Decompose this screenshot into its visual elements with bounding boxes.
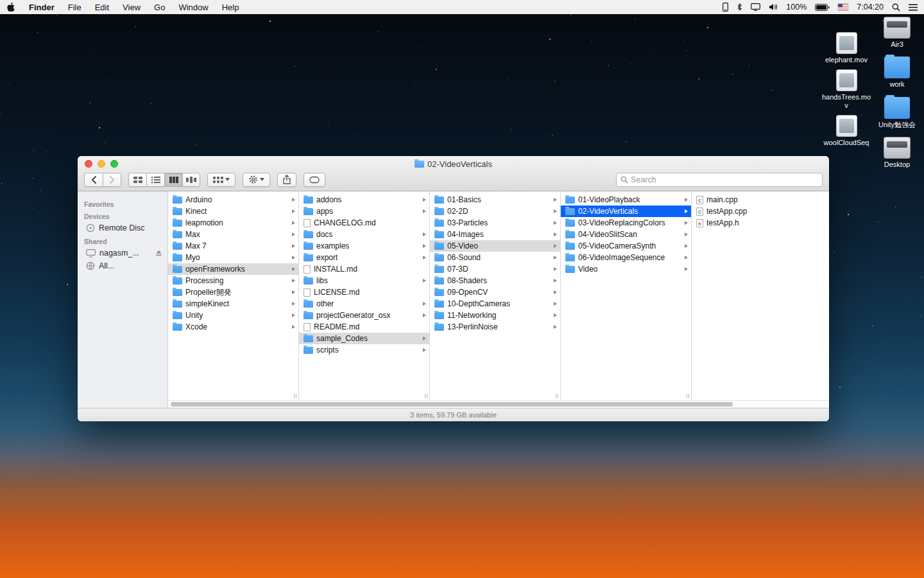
desktop-icon-work[interactable]: work [871,57,923,88]
file-row-09-opencv[interactable]: 09-OpenCV [430,286,560,298]
star [635,19,635,19]
search-input[interactable] [631,175,818,184]
battery-icon[interactable] [815,4,830,11]
menu-bar-clock[interactable]: 7:04:20 [857,3,884,12]
file-row-05-video[interactable]: 05-Video [430,240,560,252]
file-row-install-md[interactable]: INSTALL.md [299,263,429,275]
file-row-sample-codes[interactable]: sample_Codes [299,333,429,344]
sidebar-item-remote-disc[interactable]: Remote Disc [78,222,167,234]
menu-file[interactable]: File [68,3,81,12]
arrange-button[interactable] [207,173,235,187]
menu-view[interactable]: View [123,3,141,12]
file-row-04-images[interactable]: 04-Images [430,229,560,240]
app-menu[interactable]: Finder [29,3,55,12]
file-row-libs[interactable]: libs [299,275,429,286]
phone-icon[interactable] [723,3,728,12]
file-row-06-sound[interactable]: 06-Sound [430,252,560,263]
file-row-03-particles[interactable]: 03-Particles [430,217,560,229]
file-row-03-videoreplacingcolors[interactable]: 03-VideoReplacingColors [561,217,691,229]
file-row-max[interactable]: Max [168,229,298,240]
file-row-changelog-md[interactable]: CHANGELOG.md [299,217,429,229]
file-row-max-7[interactable]: Max 7 [168,240,298,252]
file-row-07-3d[interactable]: 07-3D [430,263,560,275]
desktop-icon-desktop[interactable]: Desktop [871,137,923,168]
menu-edit[interactable]: Edit [95,3,109,12]
file-row-05-videocamerasynth[interactable]: 05-VideoCameraSynth [561,240,691,252]
back-button[interactable] [84,173,103,187]
file-row-video[interactable]: Video [561,263,691,275]
file-row-02-videoverticals[interactable]: 02-VideoVerticals [561,206,691,217]
file-row-examples[interactable]: examples [299,240,429,252]
file-row-projectgenerator-osx[interactable]: projectGenerator_osx [299,310,429,321]
desktop-icon-elephant-mov[interactable]: elephant.mov [820,32,873,64]
sidebar-item-all[interactable]: All... [78,259,167,272]
file-row-08-shaders[interactable]: 08-Shaders [430,275,560,286]
file-row-apps[interactable]: apps [299,206,429,217]
file-row-main-cpp[interactable]: Cmain.cpp [692,194,829,206]
notification-center-icon[interactable] [909,4,918,11]
zoom-button[interactable] [110,160,118,168]
file-row-testapp-cpp[interactable]: CtestApp.cpp [692,206,829,217]
file-row-01-videoplayback[interactable]: 01-VideoPlayback [561,194,691,206]
file-row-xcode[interactable]: Xcode [168,321,298,333]
file-row-readme-md[interactable]: README.md [299,321,429,333]
desktop-icon-air3[interactable]: Air3 [871,17,923,48]
file-row-06-videoimagesequence[interactable]: 06-VideoImageSequence [561,252,691,263]
file-row-leapmotion[interactable]: leapmotion [168,217,298,229]
file-row-docs[interactable]: docs [299,229,429,240]
minimize-button[interactable] [98,160,105,168]
file-row-license-md[interactable]: LICENSE.md [299,286,429,298]
file-row-openframeworks[interactable]: openFrameworks [168,263,298,275]
input-language-flag-icon[interactable] [838,4,848,10]
file-row-addons[interactable]: addons [299,194,429,206]
column-view-button[interactable] [164,173,182,187]
tags-button[interactable] [304,173,325,187]
close-button[interactable] [85,160,92,168]
file-row-testapp-h[interactable]: htestApp.h [692,217,829,229]
title-bar[interactable]: 02-VideoVerticals [78,156,829,171]
file-row-kinect[interactable]: Kinect [168,206,298,217]
spotlight-icon[interactable] [892,3,900,12]
volume-icon[interactable] [769,3,778,11]
menu-window[interactable]: Window [178,3,208,12]
folder-icon [434,266,444,273]
list-view-button[interactable] [146,173,164,187]
share-button[interactable] [277,173,296,187]
forward-button[interactable] [103,173,121,187]
horizontal-scrollbar[interactable] [168,400,829,408]
icon-view-button[interactable] [128,173,146,187]
desktop-icon-unity[interactable]: Unity勉強会 [871,97,923,128]
file-row-processing[interactable]: Processing [168,275,298,286]
menu-go[interactable]: Go [154,3,165,12]
file-row-scripts[interactable]: scripts [299,344,429,356]
sidebar-item-nagasm[interactable]: nagasm_... [78,247,167,259]
file-row-myo[interactable]: Myo [168,252,298,263]
coverflow-view-button[interactable] [182,173,200,187]
menu-help[interactable]: Help [222,3,239,12]
apple-menu-icon[interactable] [6,2,15,12]
desktop-icon-woolcloudseq[interactable]: woolCloudSeq [820,115,873,146]
file-row-simplekinect[interactable]: simpleKinect [168,298,298,310]
bluetooth-icon[interactable] [737,3,742,12]
file-row-13-perlinnoise[interactable]: 13-PerlinNoise [430,321,560,333]
file-row-unity[interactable]: Unity [168,310,298,321]
desktop-icon-handstrees-mov[interactable]: handsTrees.mov [820,69,873,109]
window-main: FavoritesDevicesRemote DiscSharednagasm_… [78,191,829,408]
horizontal-scrollbar-thumb[interactable] [171,402,733,407]
file-row-04-videoslitscan[interactable]: 04-VideoSlitScan [561,229,691,240]
file-row-02-2d[interactable]: 02-2D [430,206,560,217]
file-row-11-networking[interactable]: 11-Networking [430,310,560,321]
disk-icon [884,137,911,159]
file-row-propeller[interactable]: Propeller開発 [168,286,298,298]
disclosure-arrow-icon [685,244,688,248]
file-row-10-depthcameras[interactable]: 10-DepthCameras [430,298,560,310]
file-row-01-basics[interactable]: 01-Basics [430,194,560,206]
disclosure-arrow-icon [554,209,557,213]
search-field[interactable] [616,173,823,187]
eject-icon[interactable] [155,250,162,256]
action-button[interactable] [243,173,270,187]
file-row-export[interactable]: export [299,252,429,263]
file-row-other[interactable]: other [299,298,429,310]
display-icon[interactable] [751,3,760,11]
file-row-arduino[interactable]: Arduino [168,194,298,206]
